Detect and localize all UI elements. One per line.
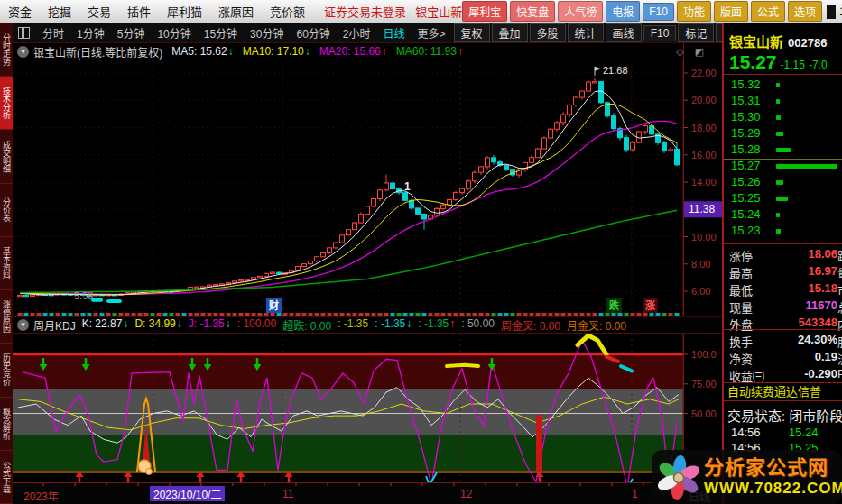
stat-label: 换手 — [729, 333, 753, 350]
volume-bar — [776, 197, 788, 201]
ladder-row[interactable]: 15.26 — [724, 175, 842, 190]
volume-bar — [776, 132, 783, 136]
menu-button-人气榜[interactable]: 人气榜 — [558, 1, 603, 22]
kdj-indicator-chart[interactable]: 100.075.0050.00 — [13, 334, 722, 482]
price-change-pct: -7.0 — [809, 59, 828, 71]
timeline-label[interactable]: 2023年 — [23, 488, 59, 503]
sidebar-tab-历史竞价[interactable]: 历史竞价 — [0, 344, 13, 397]
chevron-down-icon[interactable]: ▾ — [17, 46, 29, 58]
down-arrow-icon: ↓ — [123, 317, 128, 330]
sidebar-tab-公式下载[interactable]: 公式下载 — [0, 451, 13, 504]
period-tab-更多>[interactable]: 更多> — [418, 25, 446, 41]
timeline-label[interactable]: 11 — [282, 488, 293, 500]
sidebar-tab-技术分析[interactable]: 技术分析 — [0, 77, 13, 130]
period-tab-15分钟[interactable]: 15分钟 — [204, 25, 237, 41]
menu-button-犀利宝[interactable]: 犀利宝 — [462, 1, 507, 22]
menu-item-资金[interactable]: 资金 — [8, 3, 32, 20]
menu-item-交易[interactable]: 交易 — [88, 3, 111, 20]
action-button-F10[interactable]: F10 — [643, 25, 677, 41]
ladder-row[interactable]: 15.28 — [724, 142, 842, 158]
stat-next-column-clipped: 内 — [837, 316, 842, 333]
timeline-label[interactable]: 1 — [632, 488, 638, 500]
period-tab-1分钟[interactable]: 1分钟 — [77, 25, 105, 41]
svg-text:22.00: 22.00 — [691, 68, 717, 78]
tick-price: 15.24 — [789, 426, 819, 439]
divider — [724, 243, 842, 244]
indicator-name: 周月KDJ — [33, 317, 76, 333]
ladder-row[interactable]: 15.29 — [724, 126, 842, 142]
menu-item-竞价额[interactable]: 竞价额 — [270, 3, 305, 20]
split-window-icon[interactable] — [18, 27, 30, 39]
notice-marquee[interactable]: 自动续费通达信普 — [724, 382, 842, 401]
watermark: 分析家公式网 WWW.70822.COM — [652, 450, 842, 504]
indicator-readout: D: 34.99↓ — [134, 317, 181, 333]
stat-value: 543348 — [799, 316, 837, 329]
svg-text:20.00: 20.00 — [691, 95, 717, 105]
action-button-标记[interactable]: 标记 — [678, 23, 714, 42]
svg-text:8.00: 8.00 — [691, 259, 710, 270]
volume-bar — [776, 83, 780, 87]
menu-button-F10[interactable]: F10 — [643, 3, 674, 21]
sidebar-tab-涨停原因[interactable]: 涨停原因 — [0, 290, 13, 344]
sidebar-tab-基本资料[interactable]: 基本资料 — [0, 237, 13, 290]
ladder-price: 15.27 — [731, 159, 761, 172]
period-tab-分时[interactable]: 分时 — [42, 25, 64, 41]
ladder-row[interactable]: 15.25 — [724, 191, 842, 206]
menu-item-犀利猫[interactable]: 犀利猫 — [167, 3, 202, 20]
ladder-row[interactable]: 15.27 — [724, 159, 842, 174]
menu-button-选项[interactable]: 选项 — [788, 1, 822, 22]
period-tab-10分钟[interactable]: 10分钟 — [157, 25, 190, 41]
menu-item-挖掘[interactable]: 挖掘 — [48, 3, 71, 20]
svg-text:100.0: 100.0 — [691, 349, 717, 360]
sidebar-tab-成交明细[interactable]: 成交明细 — [0, 130, 13, 183]
period-tab-2小时[interactable]: 2小时 — [343, 25, 371, 41]
chart-corner-icons: ◇ ◩ — [676, 46, 704, 58]
sidebar-tab-分价表[interactable]: 分价表 — [0, 184, 13, 237]
sidebar-tab-概念解析[interactable]: 概念解析 — [0, 398, 13, 451]
menu-button-版面[interactable]: 版面 — [714, 1, 748, 22]
ladder-row[interactable]: 15.24 — [724, 207, 842, 223]
menu-button-公式[interactable]: 公式 — [751, 1, 785, 22]
period-tab-日线[interactable]: 日线 — [384, 25, 405, 41]
period-tab-5分钟[interactable]: 5分钟 — [117, 25, 145, 41]
down-arrow-icon: ↓ — [228, 45, 234, 58]
svg-text:10.00: 10.00 — [691, 232, 717, 243]
diamond-icon[interactable]: ◇ — [676, 46, 683, 58]
menu-button-快复盘[interactable]: 快复盘 — [510, 1, 555, 22]
menu-button-电报[interactable]: 电报 — [606, 1, 640, 22]
ladder-row[interactable]: 15.32 — [724, 78, 842, 93]
last-price: 15.27 — [729, 51, 777, 72]
action-button-统计[interactable]: 统计 — [568, 23, 604, 42]
timeline-label[interactable]: 12 — [460, 488, 472, 500]
action-button-叠加[interactable]: 叠加 — [492, 23, 528, 42]
volume-bar — [776, 115, 781, 120]
period-tab-60分钟[interactable]: 60分钟 — [296, 25, 329, 41]
timeline-label[interactable]: 2023/10/10/二 — [150, 486, 225, 501]
ladder-row[interactable]: 15.31 — [724, 94, 842, 109]
sidebar-tab-分时走势[interactable]: 分时走势 — [0, 23, 13, 77]
stat-next-column-clipped: 跌 — [837, 247, 842, 264]
indicator-value: 超跌: 0.00 — [282, 320, 331, 333]
menu-item-涨原因[interactable]: 涨原因 — [218, 3, 254, 20]
menu-item-插件[interactable]: 插件 — [127, 3, 151, 20]
chevron-down-icon[interactable]: ▾ — [17, 319, 29, 331]
timeline-axis[interactable]: 日线 2023年2023/10/10/二11121 — [13, 482, 722, 504]
action-button-画线[interactable]: 画线 — [606, 23, 642, 42]
stat-label: 涨停 — [729, 247, 753, 264]
price-change: -1.15 — [781, 59, 805, 71]
stat-row: 现量11670总 — [724, 298, 842, 316]
down-arrow-icon: ↓ — [305, 45, 310, 58]
sidebar: 分时走势技术分析成交明细分价表基本资料涨停原因历史竞价概念解析公式下载 — [0, 23, 13, 504]
main-candlestick-chart[interactable]: 22.0020.0018.0016.0014.0012.0010.008.006… — [13, 60, 722, 317]
indicator-readout: K: 22.87↓ — [82, 317, 129, 333]
ladder-row[interactable]: 15.30 — [724, 110, 842, 125]
action-button-复权[interactable]: 复权 — [454, 23, 490, 42]
action-button-多股[interactable]: 多股 — [530, 23, 566, 42]
indicator-readout: : -1.35 — [338, 317, 368, 333]
window-icon[interactable]: ◩ — [695, 46, 704, 58]
menu-button-功能[interactable]: 功能 — [677, 1, 711, 22]
ma-readout: MA5: 15.62↓ — [171, 45, 233, 58]
period-tab-30分钟[interactable]: 30分钟 — [250, 25, 283, 41]
ladder-row[interactable]: 15.23 — [724, 224, 842, 239]
login-notice: 证券交易未登录 — [324, 3, 406, 20]
